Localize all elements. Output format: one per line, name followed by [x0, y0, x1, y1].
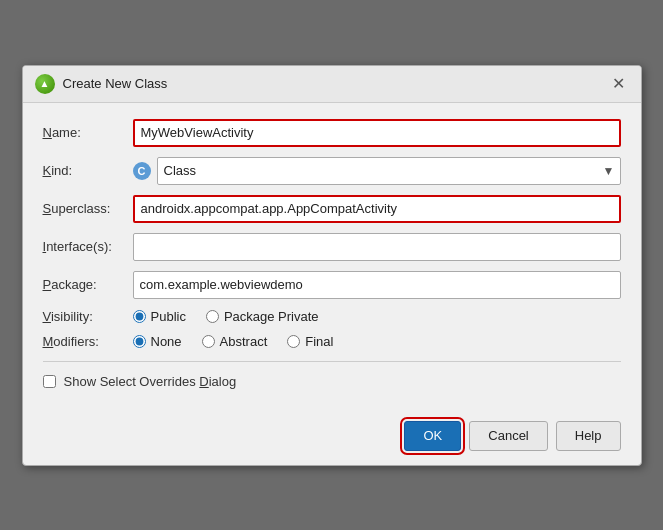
show-overrides-checkbox[interactable] — [43, 375, 56, 388]
interfaces-row: Interface(s): — [43, 233, 621, 261]
visibility-public[interactable]: Public — [133, 309, 186, 324]
package-input[interactable] — [133, 271, 621, 299]
package-row: Package: — [43, 271, 621, 299]
kind-row: Kind: C Class ▼ — [43, 157, 621, 185]
superclass-label: Superclass: — [43, 201, 133, 216]
help-button[interactable]: Help — [556, 421, 621, 451]
modifier-final-label: Final — [305, 334, 333, 349]
superclass-input[interactable] — [133, 195, 621, 223]
name-input[interactable] — [133, 119, 621, 147]
name-row: Name: — [43, 119, 621, 147]
interfaces-input[interactable] — [133, 233, 621, 261]
modifier-abstract[interactable]: Abstract — [202, 334, 268, 349]
interfaces-label: Interface(s): — [43, 239, 133, 254]
show-overrides-label: Show Select Overrides Dialog — [64, 374, 237, 389]
dialog-content: Name: Kind: C Class ▼ — [23, 103, 641, 411]
modifier-none-label: None — [151, 334, 182, 349]
name-label: Name: — [43, 125, 133, 140]
kind-select-container: C Class ▼ — [133, 157, 621, 185]
superclass-row: Superclass: — [43, 195, 621, 223]
visibility-row: Visibility: Public Package Private — [43, 309, 621, 324]
visibility-package-private-label: Package Private — [224, 309, 319, 324]
kind-select-wrapper: Class ▼ — [157, 157, 621, 185]
modifiers-radio-group: None Abstract Final — [133, 334, 621, 349]
visibility-public-label: Public — [151, 309, 186, 324]
modifier-abstract-label: Abstract — [220, 334, 268, 349]
modifiers-label: Modifiers: — [43, 334, 133, 349]
package-label: Package: — [43, 277, 133, 292]
title-bar: ▲ Create New Class ✕ — [23, 66, 641, 103]
kind-label: Kind: — [43, 163, 133, 178]
kind-class-icon: C — [133, 162, 151, 180]
overrides-row: Show Select Overrides Dialog — [43, 374, 621, 389]
create-new-class-dialog: ▲ Create New Class ✕ Name: Kind: C — [22, 65, 642, 466]
visibility-label: Visibility: — [43, 309, 133, 324]
dialog-title: Create New Class — [63, 76, 168, 91]
visibility-package-private[interactable]: Package Private — [206, 309, 319, 324]
modifier-final[interactable]: Final — [287, 334, 333, 349]
kind-select[interactable]: Class — [157, 157, 621, 185]
dialog-footer: OK Cancel Help — [23, 411, 641, 465]
title-bar-left: ▲ Create New Class — [35, 74, 168, 94]
separator — [43, 361, 621, 362]
ok-button[interactable]: OK — [404, 421, 461, 451]
modifiers-row: Modifiers: None Abstract Final — [43, 334, 621, 349]
close-button[interactable]: ✕ — [609, 74, 629, 94]
app-icon: ▲ — [35, 74, 55, 94]
cancel-button[interactable]: Cancel — [469, 421, 547, 451]
visibility-radio-group: Public Package Private — [133, 309, 621, 324]
modifier-none[interactable]: None — [133, 334, 182, 349]
